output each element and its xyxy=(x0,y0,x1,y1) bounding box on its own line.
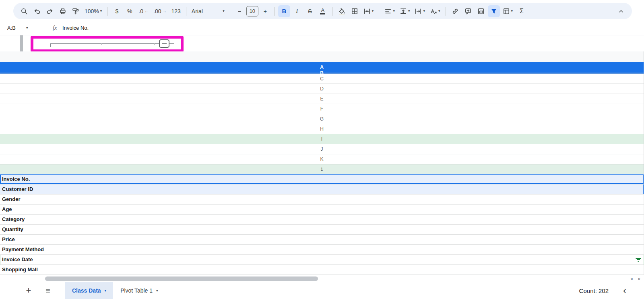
insert-link-button[interactable] xyxy=(449,5,461,17)
cell[interactable]: Invoice Date xyxy=(0,255,644,265)
bold-button[interactable]: B xyxy=(278,5,290,17)
name-box[interactable]: A:B ▾ xyxy=(0,25,44,31)
borders-icon xyxy=(351,8,358,15)
sheet-tab-bar: + ≡ Class Data ▾ Pivot Table 1 ▾ Count: … xyxy=(0,282,644,299)
top-bar: 100%▾ $ % .0← .00→ 123 Arial▾ − 10 + B I… xyxy=(0,0,644,21)
decrease-font-size-button[interactable]: − xyxy=(233,5,246,17)
font-size-input[interactable]: 10 xyxy=(246,6,258,16)
toolbar: 100%▾ $ % .0← .00→ 123 Arial▾ − 10 + B I… xyxy=(13,3,632,19)
link-icon xyxy=(452,8,459,15)
text-rotation-button[interactable]: ▾ xyxy=(428,5,442,17)
sheet-tab-class-data[interactable]: Class Data ▾ xyxy=(65,282,113,299)
print-icon xyxy=(59,8,66,15)
increase-font-size-button[interactable]: + xyxy=(259,5,271,17)
increase-decimal-button[interactable]: .00→ xyxy=(151,5,168,17)
sheet-tab-pivot-table[interactable]: Pivot Table 1 ▾ xyxy=(113,287,165,294)
column-header-D[interactable]: D xyxy=(0,84,644,94)
toolbar-divider xyxy=(379,7,379,16)
chevron-down-icon: ▾ xyxy=(26,26,28,30)
font-select[interactable]: Arial▾ xyxy=(190,5,227,17)
decrease-decimal-button[interactable]: .0← xyxy=(136,5,151,17)
cell[interactable]: Age xyxy=(0,205,644,215)
name-box-value: A:B xyxy=(7,25,16,31)
column-header-J[interactable]: J xyxy=(0,144,644,154)
search-button[interactable] xyxy=(18,5,30,17)
all-sheets-button[interactable]: ≡ xyxy=(43,286,53,295)
redo-button[interactable] xyxy=(44,5,56,17)
row-header[interactable]: 1 xyxy=(0,164,644,174)
italic-button[interactable]: I xyxy=(291,5,303,17)
column-header-G[interactable]: G xyxy=(0,114,644,124)
insert-comment-button[interactable] xyxy=(462,5,474,17)
fill-color-button[interactable] xyxy=(336,5,348,17)
insert-chart-button[interactable] xyxy=(475,5,487,17)
percent-format-button[interactable]: % xyxy=(124,5,136,17)
fx-icon: fx xyxy=(53,25,57,31)
toolbar-divider xyxy=(107,7,107,16)
column-header-E[interactable]: E xyxy=(0,94,644,104)
collapse-panel-chevron[interactable]: ‹ xyxy=(623,286,626,295)
cell[interactable]: Payment Method xyxy=(0,245,644,255)
text-wrap-button[interactable]: ▾ xyxy=(413,5,427,17)
sheet-tab-label: Class Data xyxy=(72,287,101,294)
currency-format-button[interactable]: $ xyxy=(111,5,123,17)
undo-icon xyxy=(33,8,41,15)
column-header-K[interactable]: K xyxy=(0,154,644,164)
functions-button[interactable]: Σ xyxy=(516,5,528,17)
increase-decimal-label: .00 xyxy=(153,8,161,14)
horizontal-scrollbar: ◂ ▸ xyxy=(0,275,644,282)
cell[interactable]: Customer ID xyxy=(0,184,644,195)
create-filter-button[interactable] xyxy=(488,5,500,17)
merge-cells-button[interactable]: ▾ xyxy=(361,5,376,17)
chevron-up-icon xyxy=(618,8,624,14)
cell[interactable]: Gender xyxy=(0,195,644,205)
text-rotation-icon xyxy=(430,8,437,15)
chevron-down-icon: ▾ xyxy=(393,9,395,13)
filter-views-button[interactable]: ▾ xyxy=(501,5,515,17)
strikethrough-button[interactable]: S xyxy=(304,5,316,17)
paint-roller-icon xyxy=(72,8,79,15)
print-button[interactable] xyxy=(57,5,69,17)
add-sheet-button[interactable]: + xyxy=(23,285,34,296)
chevron-down-icon: ▾ xyxy=(438,9,440,13)
borders-button[interactable] xyxy=(349,5,361,17)
arrow-left-icon: ← xyxy=(144,9,149,13)
scrollbar-thumb[interactable] xyxy=(45,276,318,281)
toolbar-divider xyxy=(186,7,186,16)
slider-handle[interactable] xyxy=(159,39,169,48)
cell[interactable]: Category xyxy=(0,215,644,225)
column-header-C[interactable]: C xyxy=(0,74,644,84)
redo-icon xyxy=(46,8,54,15)
scroll-left-arrow[interactable]: ◂ xyxy=(630,276,633,281)
annotation-highlight-box xyxy=(31,36,184,52)
zoom-select[interactable]: 100%▾ xyxy=(83,5,104,17)
divider xyxy=(46,24,46,32)
undo-button[interactable] xyxy=(31,5,43,17)
slider-tick xyxy=(101,43,102,45)
filter-applied-icon[interactable] xyxy=(636,258,641,262)
column-header-F[interactable]: F xyxy=(0,104,644,114)
column-header-I[interactable]: I xyxy=(0,134,644,144)
spreadsheet-grid: ABCDEFGHIJK1Invoice No.Customer IDGender… xyxy=(0,51,644,275)
toolbar-divider xyxy=(446,7,446,16)
filter-funnel-icon xyxy=(490,8,497,15)
scroll-right-arrow[interactable]: ▸ xyxy=(638,276,641,281)
cell[interactable]: Quantity xyxy=(0,225,644,235)
paint-format-button[interactable] xyxy=(70,5,82,17)
status-count[interactable]: Count: 202 xyxy=(579,287,609,294)
column-header-H[interactable]: H xyxy=(0,124,644,134)
filter-views-icon xyxy=(503,8,510,15)
number-format-button[interactable]: 123 xyxy=(169,5,183,17)
cell[interactable]: Price xyxy=(0,235,644,245)
hide-toolbar-button[interactable] xyxy=(615,5,627,17)
font-name: Arial xyxy=(192,8,203,14)
text-color-button[interactable]: A xyxy=(317,5,329,17)
cell[interactable]: Invoice No. xyxy=(0,174,644,184)
formula-input[interactable]: Invoice No. xyxy=(62,25,89,31)
decrease-decimal-label: .0 xyxy=(138,8,143,14)
slider-track[interactable] xyxy=(50,43,174,44)
vertical-align-button[interactable]: ▾ xyxy=(398,5,412,17)
horizontal-align-button[interactable]: ▾ xyxy=(382,5,397,17)
select-all-corner[interactable] xyxy=(0,51,644,62)
cell[interactable]: Shopping Mall xyxy=(0,265,644,275)
